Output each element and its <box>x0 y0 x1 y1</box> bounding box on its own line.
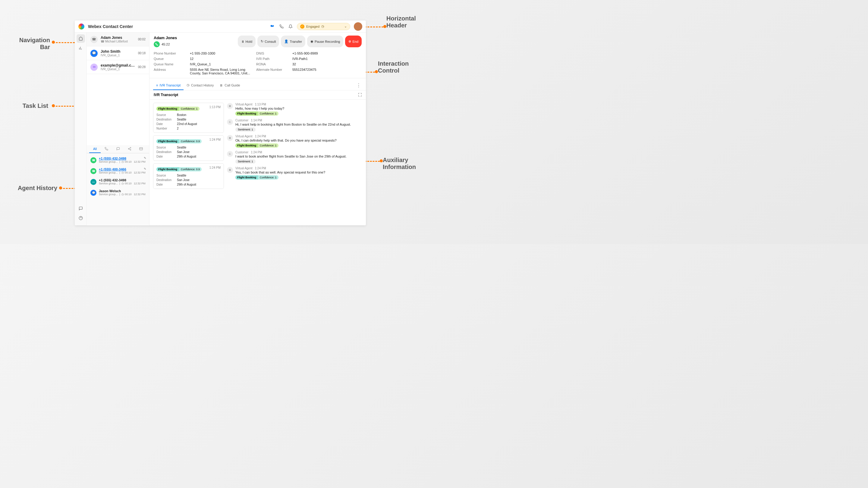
hold-button[interactable]: ⏸Hold <box>238 36 256 47</box>
annotation-int: Interaction Control <box>378 60 409 74</box>
nav-help[interactable] <box>76 214 85 222</box>
nav-chat[interactable] <box>76 204 85 213</box>
tab-contact-history[interactable]: ◷Contact History <box>184 81 217 90</box>
clock-icon: ◷ <box>187 83 190 87</box>
annotation-task: Task List <box>18 102 48 109</box>
message-avatar: 🗎 <box>227 135 233 141</box>
message-sender: Virtual Agent <box>236 167 253 170</box>
header: Webex Contact Center ✓ Engaged ◷ ⌄ <box>75 21 366 33</box>
webex-icon[interactable] <box>269 24 275 30</box>
annotation-hdr: Horizontal Header <box>386 15 416 29</box>
chat-icon: 💬 <box>90 50 98 57</box>
transcript-card[interactable]: 1:24 PM Flight BookingConfidence: 0.9 So… <box>153 135 224 161</box>
history-number[interactable]: +1 (555) 432-3498 <box>99 157 146 160</box>
intent-badge: Flight BookingConfidence: 0.9 <box>156 139 202 143</box>
history-tabs: All <box>87 145 149 153</box>
bell-icon[interactable] <box>288 24 293 29</box>
edit-icon[interactable]: ✎ <box>144 156 146 160</box>
panel-title: IVR Transcript <box>154 93 178 97</box>
task-name: Adam Jones <box>101 36 135 40</box>
message-sender: Customer <box>236 151 248 154</box>
logo-icon <box>79 24 84 30</box>
phone-icon <box>154 41 160 47</box>
consult-button[interactable]: ↻Consult <box>257 36 279 47</box>
user-avatar[interactable] <box>354 22 362 31</box>
history-item[interactable]: ☎ +1 (555) 400-3466 Service group... | ◷… <box>87 165 149 176</box>
interaction-control: Adam Jones 45:22 ⏸Hold ↻Consult 👤Transfe… <box>150 33 366 78</box>
aux-tabs: ≡IVR Transcript ◷Contact History 🗎Call G… <box>150 81 366 90</box>
status-label: Engaged <box>306 25 319 28</box>
annotation-line <box>365 27 383 27</box>
nav-home[interactable] <box>76 34 85 43</box>
history-item[interactable]: ▭ +1 (555) 432-3498 Service group... | ◷… <box>87 176 149 187</box>
history-tab-email[interactable] <box>135 145 147 153</box>
annotation-dot <box>52 104 55 107</box>
transcript-card[interactable]: 1:13 PM Flight BookingConfidence: 1 Sour… <box>153 103 224 133</box>
end-button[interactable]: ⊗End <box>345 36 362 47</box>
history-tab-all[interactable]: All <box>89 145 101 153</box>
intent-badge: Flight BookingConfidence: 1 <box>236 111 278 116</box>
nav-analytics[interactable] <box>76 44 85 53</box>
history-tab-social[interactable] <box>124 145 135 153</box>
message-text: I want to book another flight from Seatt… <box>236 155 362 158</box>
edit-icon[interactable]: ✎ <box>144 167 146 170</box>
sentiment-badge: Sentiment: 1 <box>236 159 255 164</box>
card-time: 1:24 PM <box>210 138 221 141</box>
transcript-message: C Customer1:14 PM Hi, I want help in boo… <box>227 119 362 132</box>
svg-point-3 <box>130 150 131 150</box>
phone-icon[interactable] <box>279 24 284 29</box>
pause-icon: ⏸ <box>241 40 244 43</box>
message-avatar: C <box>227 119 233 125</box>
tab-call-guide[interactable]: 🗎Call Guide <box>217 81 243 90</box>
transcript-body: 1:13 PM Flight BookingConfidence: 1 Sour… <box>150 100 366 225</box>
channel-icon: ☎ <box>90 157 96 163</box>
document-icon: 🗎 <box>220 84 223 87</box>
user-icon: 👤 <box>284 39 288 43</box>
task-item[interactable]: ☎ Adam Jones ☎ Michael Littlefoot 00:02 <box>87 33 149 46</box>
annotation-hist: Agent History <box>12 185 57 192</box>
task-item[interactable]: 💬 John Smith IVR_Queue_1 00:18 <box>87 46 149 60</box>
history-sub: Service group... | ◷ 00:10 12:32 PM <box>99 171 146 174</box>
task-sub: IVR_Queue_1 <box>101 67 135 71</box>
annotation-line <box>365 161 380 162</box>
history-number: Jason Welsch <box>99 189 146 193</box>
transfer-button[interactable]: 👤Transfer <box>281 36 305 47</box>
annotation-line <box>365 72 375 73</box>
task-sub: ☎ Michael Littlefoot <box>101 40 135 43</box>
message-text: Yes, I can book that as well. Any specia… <box>236 170 362 174</box>
history-tab-phone[interactable] <box>101 145 112 153</box>
tab-ivr-transcript[interactable]: ≡IVR Transcript <box>153 81 184 90</box>
aux-panel: ≡IVR Transcript ◷Contact History 🗎Call G… <box>150 81 366 225</box>
message-sender: Customer <box>236 119 248 122</box>
history-sub: Service group... | ◷ 00:10 12:32 PM <box>99 193 146 196</box>
annotation-line <box>53 42 75 43</box>
interaction-actions: ⏸Hold ↻Consult 👤Transfer ◉Pause Recordin… <box>238 36 362 47</box>
status-selector[interactable]: ✓ Engaged ◷ ⌄ <box>297 23 350 30</box>
close-icon: ⊗ <box>348 39 351 43</box>
history-item[interactable]: 💬 Jason Welsch Service group... | ◷ 00:1… <box>87 187 149 198</box>
task-name: John Smith <box>101 50 135 54</box>
agent-history: All ☎ +1 (555) 432-3498 Service group...… <box>87 145 150 225</box>
expand-icon[interactable]: ⛶ <box>358 93 362 97</box>
history-number: +1 (555) 432-3498 <box>99 178 146 182</box>
history-item[interactable]: ☎ +1 (555) 432-3498 Service group... | ◷… <box>87 155 149 165</box>
annotation-dot <box>375 70 378 73</box>
task-item[interactable]: ✉ example@gmail.com IVR_Queue_1 00:28 <box>87 60 149 74</box>
message-avatar: C <box>227 151 233 157</box>
pause-recording-button[interactable]: ◉Pause Recording <box>307 36 343 47</box>
task-timer: 00:02 <box>138 38 146 41</box>
transcript-card[interactable]: 1:24 PM Flight BookingConfidence: 0.9 So… <box>153 163 224 189</box>
list-icon: ≡ <box>156 84 158 87</box>
history-sub: Service group... | ◷ 00:10 12:32 PM <box>99 160 146 163</box>
tab-more-icon[interactable]: ⋮ <box>355 82 362 90</box>
history-tab-chat[interactable] <box>112 145 124 153</box>
history-list: ☎ +1 (555) 432-3498 Service group... | ◷… <box>87 153 149 199</box>
annotation-dot <box>380 159 383 162</box>
interaction-contact-name: Adam Jones <box>154 36 177 40</box>
message-time: 1:24 PM <box>255 135 266 138</box>
history-number[interactable]: +1 (555) 400-3466 <box>99 167 146 171</box>
transcript-messages: 🗎 Virtual Agent1:13 PM Hello, how may I … <box>227 103 362 222</box>
card-time: 1:13 PM <box>210 105 221 109</box>
sentiment-badge: Sentiment: 1 <box>236 127 255 132</box>
status-icon: ✓ <box>300 24 304 29</box>
